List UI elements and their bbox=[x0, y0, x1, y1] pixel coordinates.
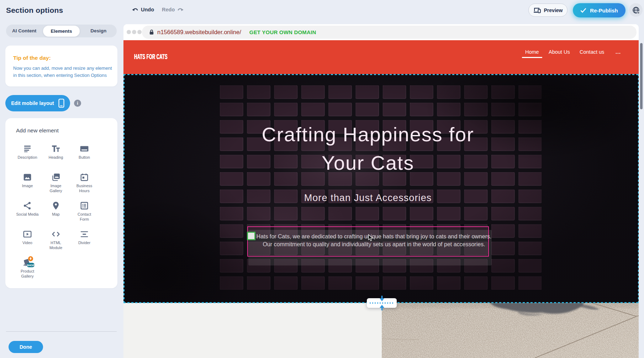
nav-active-underline bbox=[522, 57, 542, 58]
element-map[interactable]: Map bbox=[42, 201, 70, 229]
product-gallery-icon: SHOP bbox=[23, 258, 32, 267]
hero-heading[interactable]: Your Cats bbox=[226, 149, 510, 177]
element-label: HTML Module bbox=[49, 241, 62, 250]
element-button[interactable]: Button bbox=[70, 144, 99, 172]
hero-paragraph[interactable]: Hats for Cats, we are dedicated to craft… bbox=[253, 233, 495, 248]
tab-ai-content[interactable]: AI Content bbox=[6, 25, 42, 37]
shop-badge: SHOP bbox=[26, 264, 35, 267]
map-icon bbox=[51, 201, 61, 210]
address-bar: n1566589.websitebuilder.online/ GET YOUR… bbox=[142, 26, 637, 39]
element-label: Heading bbox=[49, 155, 63, 160]
check-icon bbox=[580, 8, 586, 13]
element-label: Image bbox=[22, 184, 33, 189]
element-product-gallery[interactable]: SHOP Product Gallery bbox=[13, 258, 42, 286]
redo-label: Redo bbox=[162, 7, 175, 12]
hero-subheading[interactable]: More than Just Accessories bbox=[261, 192, 475, 204]
element-label: Description bbox=[17, 155, 37, 160]
phone-icon bbox=[58, 99, 64, 108]
hero-paragraph-line: Our commitment to quality and individual… bbox=[253, 241, 495, 248]
republish-label: Re-Publish bbox=[590, 7, 618, 14]
heading-icon bbox=[51, 144, 61, 153]
image-icon bbox=[23, 172, 32, 182]
divider-icon bbox=[80, 229, 89, 239]
add-element-title: Add new element bbox=[16, 127, 59, 134]
element-image-gallery[interactable]: Image Gallery bbox=[42, 172, 70, 201]
business-hours-icon bbox=[80, 172, 89, 182]
redo-button[interactable]: Redo bbox=[162, 6, 184, 12]
element-label: Social Media bbox=[16, 212, 39, 217]
element-html-module[interactable]: HTML Module bbox=[42, 229, 70, 258]
element-description[interactable]: Description bbox=[13, 144, 42, 172]
resize-arrow-down-icon bbox=[379, 296, 385, 303]
element-contact-form[interactable]: Contact Form bbox=[70, 201, 99, 229]
image-gallery-icon bbox=[51, 172, 61, 182]
done-button[interactable]: Done bbox=[9, 341, 43, 353]
sidebar-divider bbox=[6, 331, 117, 332]
sidebar-tabs: AI Content Elements Design bbox=[6, 25, 117, 37]
canvas-scrollbar[interactable] bbox=[640, 43, 643, 109]
add-element-panel: Add new element Description Heading bbox=[5, 118, 117, 288]
undo-label: Undo bbox=[141, 7, 154, 12]
element-label: Video bbox=[22, 241, 32, 246]
site-url[interactable]: n1566589.websitebuilder.online/ bbox=[157, 29, 241, 36]
tip-text: in this section, when entering Section O… bbox=[13, 73, 107, 78]
site-preview-canvas: n1566589.websitebuilder.online/ GET YOUR… bbox=[123, 24, 639, 358]
nav-about-us[interactable]: About Us bbox=[549, 49, 570, 55]
element-drag-handle[interactable] bbox=[247, 232, 255, 240]
section-outline-right bbox=[638, 74, 639, 303]
tab-elements[interactable]: Elements bbox=[43, 26, 79, 37]
element-divider[interactable]: Divider bbox=[70, 229, 99, 258]
redo-icon bbox=[177, 6, 184, 12]
hero-paragraph-line: Hats for Cats, we are dedicated to craft… bbox=[253, 233, 495, 241]
info-icon[interactable]: i bbox=[74, 100, 81, 107]
description-icon bbox=[23, 144, 32, 153]
mouse-cursor bbox=[368, 234, 373, 243]
tab-design[interactable]: Design bbox=[80, 25, 117, 37]
element-label: Product Gallery bbox=[21, 269, 34, 279]
element-label: Divider bbox=[78, 241, 90, 246]
site-logo[interactable]: HATS FOR CATS bbox=[134, 52, 168, 61]
preview-label: Preview bbox=[544, 7, 563, 13]
lock-icon bbox=[149, 29, 154, 35]
site-header: HATS FOR CATS Home About Us Contact us .… bbox=[123, 40, 639, 74]
edit-mobile-label: Edit mobile layout bbox=[11, 100, 54, 106]
language-globe-button[interactable] bbox=[629, 3, 643, 17]
browser-dot bbox=[127, 30, 131, 34]
element-image[interactable]: Image bbox=[13, 172, 42, 201]
hero-section[interactable]: Crafting Happiness for Your Cats More th… bbox=[123, 74, 639, 303]
edit-mobile-layout-button[interactable]: Edit mobile layout bbox=[5, 95, 70, 111]
button-icon bbox=[80, 144, 89, 153]
element-business-hours[interactable]: Business Hours bbox=[70, 172, 99, 201]
undo-button[interactable]: Undo bbox=[132, 6, 154, 12]
video-icon bbox=[23, 229, 32, 239]
html-module-icon bbox=[51, 229, 61, 239]
hero-heading[interactable]: Crafting Happiness for bbox=[226, 120, 510, 149]
element-grid: Description Heading Button bbox=[13, 144, 99, 286]
tip-of-the-day-card: Tip of the day: Now you can add, move an… bbox=[5, 46, 117, 86]
element-label: Map bbox=[52, 212, 59, 217]
element-label: Contact Form bbox=[78, 212, 91, 222]
section-outline-left bbox=[123, 74, 125, 303]
resize-arrow-up-icon bbox=[379, 305, 385, 312]
element-social-media[interactable]: Social Media bbox=[13, 201, 42, 229]
devices-icon bbox=[533, 7, 541, 14]
republish-button[interactable]: Re-Publish bbox=[573, 3, 625, 17]
globe-icon bbox=[632, 6, 640, 14]
preview-button[interactable]: Preview bbox=[528, 4, 568, 17]
nav-contact-us[interactable]: Contact us bbox=[580, 49, 604, 55]
section-outline-top bbox=[123, 74, 639, 75]
nav-more[interactable]: ... bbox=[616, 49, 621, 55]
contact-form-icon bbox=[80, 201, 89, 210]
get-your-own-domain-link[interactable]: GET YOUR OWN DOMAIN bbox=[249, 29, 316, 35]
element-heading[interactable]: Heading bbox=[42, 144, 70, 172]
browser-dot bbox=[137, 30, 142, 34]
element-label: Image Gallery bbox=[50, 184, 62, 193]
tip-title: Tip of the day: bbox=[13, 55, 51, 61]
social-media-icon bbox=[23, 201, 32, 210]
nav-home[interactable]: Home bbox=[525, 49, 539, 55]
browser-bar: n1566589.websitebuilder.online/ GET YOUR… bbox=[123, 24, 639, 40]
browser-dot bbox=[132, 30, 136, 34]
pavement-photo bbox=[382, 303, 639, 358]
element-video[interactable]: Video bbox=[13, 229, 42, 258]
element-label: Button bbox=[79, 155, 90, 160]
